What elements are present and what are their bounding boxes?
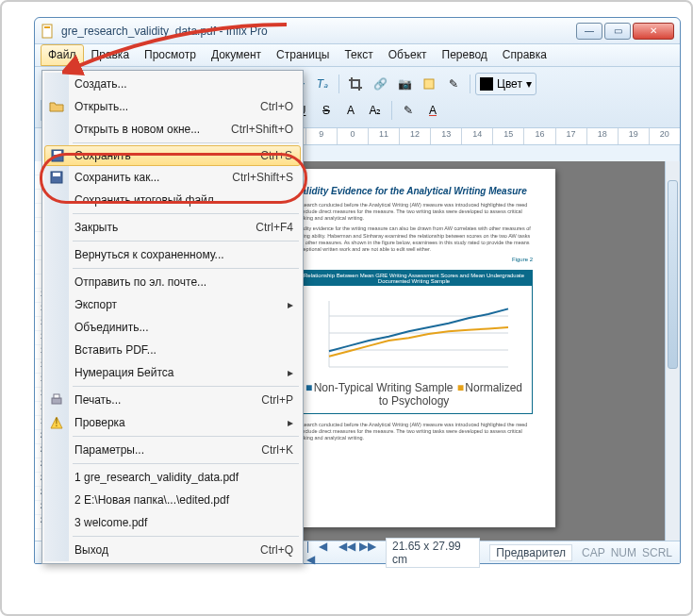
menu-item[interactable]: Сохранить как...Ctrl+Shift+S xyxy=(44,166,301,189)
menu-item-label: Экспорт xyxy=(74,298,288,311)
nav-first-icon[interactable]: |◀ xyxy=(306,540,315,566)
menu-item-label: Открыть в новом окне... xyxy=(74,123,231,136)
svg-text:!: ! xyxy=(55,416,58,429)
subscript-button[interactable]: A₂ xyxy=(364,99,387,122)
menu-файл[interactable]: Файл xyxy=(41,44,84,66)
menu-item[interactable]: Вставить PDF... xyxy=(44,339,301,361)
svg-rect-16 xyxy=(54,151,61,155)
text-script-tool-icon[interactable]: Tₐ xyxy=(311,73,334,95)
menu-item-label: Объединить... xyxy=(74,321,293,334)
menu-item-label: Печать... xyxy=(74,393,261,407)
menu-item-label: Закрыть xyxy=(74,221,256,234)
menu-item[interactable]: СохранитьCtrl+S xyxy=(44,145,301,166)
menu-item[interactable]: Объединить... xyxy=(44,316,301,339)
highlight-tool-icon[interactable] xyxy=(418,73,440,95)
menu-item[interactable]: !Проверка▸ xyxy=(44,411,301,434)
menu-item-shortcut: ▸ xyxy=(288,298,293,311)
nav-prev-icon[interactable]: ◀ xyxy=(319,540,327,566)
chart-legend: ■ Non-Typical Writing Sample ■ Normalize… xyxy=(302,381,526,408)
svg-rect-19 xyxy=(52,398,61,404)
menu-item[interactable]: Экспорт▸ xyxy=(44,293,301,316)
menu-item-label: Параметры... xyxy=(74,443,261,457)
menu-текст[interactable]: Текст xyxy=(337,44,380,66)
link-tool-icon[interactable]: 🔗 xyxy=(369,73,391,95)
status-cap: CAP xyxy=(582,546,605,559)
close-button[interactable]: ✕ xyxy=(633,23,674,40)
menu-item-label: Нумерация Бейтса xyxy=(74,366,288,379)
menubar: ФайлПравкаПросмотрДокументСтраницыТекстО… xyxy=(35,44,680,67)
chart-title: Relationship Between Mean GRE Writing As… xyxy=(296,271,532,286)
floppy-icon xyxy=(49,170,64,185)
titlebar: gre_research_validity_data.pdf - Infix P… xyxy=(35,18,680,44)
menu-item-shortcut: ▸ xyxy=(288,416,293,429)
svg-rect-18 xyxy=(53,173,60,176)
nav-back-icon[interactable]: ◀◀ xyxy=(338,540,355,566)
strike-button[interactable]: S xyxy=(315,99,338,122)
menu-перевод[interactable]: Перевод xyxy=(435,44,495,66)
menu-просмотр[interactable]: Просмотр xyxy=(137,44,204,66)
floppy-icon xyxy=(50,148,65,163)
menu-справка[interactable]: Справка xyxy=(495,44,554,66)
menu-item-label: Проверка xyxy=(74,416,288,429)
folder-open-icon xyxy=(49,99,64,114)
menu-правка[interactable]: Правка xyxy=(84,44,138,66)
status-num: NUM xyxy=(611,546,636,559)
svg-rect-9 xyxy=(424,79,434,89)
menu-item-shortcut: Ctrl+Shift+O xyxy=(231,123,293,136)
scrollbar-thumb[interactable] xyxy=(668,180,678,369)
page-para: Research conducted before the Analytical… xyxy=(295,422,533,441)
chart-svg xyxy=(302,291,526,376)
menu-item[interactable]: Создать... xyxy=(44,73,301,95)
menu-item[interactable]: ВыходCtrl+Q xyxy=(44,539,301,561)
page-dimensions: 21.65 x 27.99 cm xyxy=(386,538,480,568)
menu-item[interactable]: 1 gre_research_validity_data.pdf xyxy=(44,466,301,489)
menu-item[interactable]: Сохранить итоговый файл... xyxy=(44,189,301,211)
nav-fwd-icon[interactable]: ▶▶ xyxy=(359,540,376,566)
menu-item-shortcut: Ctrl+F4 xyxy=(256,221,293,234)
superscript-button[interactable]: A xyxy=(339,99,362,122)
menu-item[interactable]: Нумерация Бейтса▸ xyxy=(44,361,301,384)
menu-item-shortcut: Ctrl+P xyxy=(261,393,293,407)
chart-figure: Relationship Between Mean GRE Writing As… xyxy=(295,270,533,414)
menu-item-shortcut: Ctrl+O xyxy=(260,100,293,113)
page-para: Research conducted before the Analytical… xyxy=(295,202,533,222)
menu-item[interactable]: Открыть...Ctrl+O xyxy=(44,95,301,118)
menu-item-label: Вставить PDF... xyxy=(74,343,293,357)
menu-item-label: Открыть... xyxy=(74,100,260,113)
menu-item[interactable]: 2 E:\Новая папка\...\edited.pdf xyxy=(44,489,301,511)
status-scrl: SCRL xyxy=(642,546,672,559)
maximize-button[interactable]: ▭ xyxy=(604,23,631,40)
menu-item-label: Сохранить как... xyxy=(74,171,232,184)
crop-tool-icon[interactable] xyxy=(344,73,367,95)
page-nav: |◀ ◀ ◀◀ ▶▶ xyxy=(306,540,376,566)
svg-rect-20 xyxy=(54,394,59,398)
text-color-icon[interactable]: A xyxy=(421,99,444,122)
menu-item-label: Создать... xyxy=(74,77,293,91)
preview-label[interactable]: Предварител xyxy=(489,544,572,561)
menu-item[interactable]: ЗакрытьCtrl+F4 xyxy=(44,216,301,239)
camera-tool-icon[interactable]: 📷 xyxy=(393,73,416,95)
menu-item[interactable]: Открыть в новом окне...Ctrl+Shift+O xyxy=(44,118,301,141)
minimize-button[interactable]: — xyxy=(576,23,602,40)
chevron-down-icon: ▾ xyxy=(526,77,532,91)
menu-item[interactable]: Печать...Ctrl+P xyxy=(44,389,301,411)
menu-item[interactable]: Отправить по эл. почте... xyxy=(44,271,301,293)
printer-icon xyxy=(49,392,64,408)
menu-item-label: Вернуться к сохраненному... xyxy=(74,248,293,261)
clear-format-icon[interactable]: ✎ xyxy=(397,99,420,122)
pdf-page: Validity Evidence for the Analytical Wri… xyxy=(272,169,555,527)
app-icon xyxy=(41,24,56,39)
menu-страницы[interactable]: Страницы xyxy=(269,44,337,66)
menu-item[interactable]: Параметры...Ctrl+K xyxy=(44,439,301,461)
menu-item[interactable]: Вернуться к сохраненному... xyxy=(44,243,301,266)
figure-label: Figure 2 xyxy=(295,257,533,262)
menu-объект[interactable]: Объект xyxy=(381,44,435,66)
color-swatch xyxy=(480,77,493,91)
vertical-scrollbar[interactable] xyxy=(665,161,680,541)
pen-tool-icon[interactable]: ✎ xyxy=(442,73,465,95)
color-picker[interactable]: Цвет ▾ xyxy=(475,73,536,95)
page-heading: Validity Evidence for the Analytical Wri… xyxy=(295,186,533,196)
menu-item-label: 3 welcome.pdf xyxy=(74,516,293,529)
menu-item[interactable]: 3 welcome.pdf xyxy=(44,511,301,534)
menu-документ[interactable]: Документ xyxy=(204,44,269,66)
